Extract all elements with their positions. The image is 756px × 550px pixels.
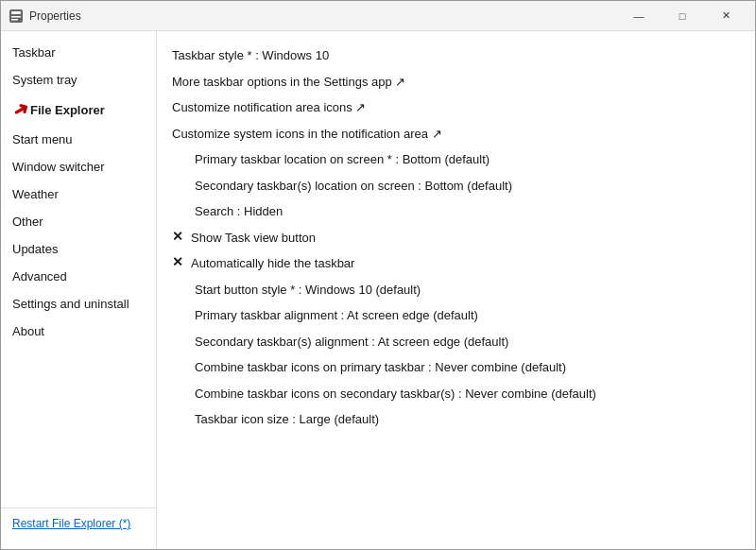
sidebar-label-file-explorer: File Explorer: [30, 103, 105, 117]
setting-row-6: Search : Hidden: [172, 198, 736, 225]
setting-row-8[interactable]: ✕ Automatically hide the taskbar: [172, 250, 736, 277]
x-icon-7: ✕: [172, 229, 187, 244]
sidebar-item-window-switcher[interactable]: Window switcher: [1, 153, 156, 180]
sidebar-item-file-explorer[interactable]: ➜ File Explorer: [1, 94, 156, 126]
sidebar-label-updates: Updates: [12, 242, 58, 256]
setting-row-10: Primary taskbar alignment : At screen ed…: [172, 302, 736, 329]
setting-text-1: More taskbar options in the Settings app…: [172, 73, 405, 92]
main-content: Taskbar style * : Windows 10 More taskba…: [157, 31, 755, 549]
setting-text-11: Secondary taskbar(s) alignment : At scre…: [195, 333, 508, 352]
svg-rect-1: [11, 11, 21, 14]
sidebar-item-updates[interactable]: Updates: [1, 235, 156, 263]
setting-text-2: Customize notification area icons ↗: [172, 98, 366, 117]
setting-text-8: Automatically hide the taskbar: [191, 254, 354, 273]
setting-text-4: Primary taskbar location on screen * : B…: [195, 150, 490, 169]
content-area: Taskbar System tray ➜ File Explorer Star…: [1, 31, 755, 549]
setting-text-9: Start button style * : Windows 10 (defau…: [195, 281, 421, 300]
x-icon-8: ✕: [172, 254, 187, 269]
sidebar-label-weather: Weather: [12, 187, 59, 201]
sidebar-label-window-switcher: Window switcher: [12, 160, 105, 174]
sidebar-label-about: About: [12, 324, 44, 338]
sidebar-label-other: Other: [12, 215, 43, 229]
close-button[interactable]: ✕: [704, 1, 747, 31]
setting-row-2[interactable]: Customize notification area icons ↗: [172, 95, 736, 121]
sidebar-label-settings-uninstall: Settings and uninstall: [12, 297, 129, 311]
svg-rect-3: [11, 19, 18, 21]
setting-row-11: Secondary taskbar(s) alignment : At scre…: [172, 329, 736, 355]
window-title: Properties: [29, 9, 617, 23]
maximize-button[interactable]: □: [661, 1, 704, 31]
svg-rect-2: [11, 16, 21, 18]
sidebar-label-start-menu: Start menu: [12, 132, 73, 146]
active-arrow-icon: ➜: [9, 97, 32, 122]
sidebar-item-system-tray[interactable]: System tray: [1, 66, 156, 94]
minimize-button[interactable]: —: [617, 1, 661, 31]
window-controls: — □ ✕: [617, 1, 747, 31]
setting-row-13: Combine taskbar icons on secondary taskb…: [172, 381, 736, 407]
sidebar-item-settings-uninstall[interactable]: Settings and uninstall: [1, 290, 156, 318]
sidebar-bottom: Restart File Explorer (*): [1, 507, 156, 541]
sidebar-item-advanced[interactable]: Advanced: [1, 263, 156, 290]
sidebar-item-other[interactable]: Other: [1, 208, 156, 235]
setting-row-3[interactable]: Customize system icons in the notificati…: [172, 121, 736, 147]
setting-text-12: Combine taskbar icons on primary taskbar…: [195, 358, 566, 377]
sidebar-item-about[interactable]: About: [1, 318, 156, 345]
sidebar: Taskbar System tray ➜ File Explorer Star…: [1, 31, 157, 549]
restart-link[interactable]: Restart File Explorer (*): [12, 517, 130, 530]
app-icon: [9, 9, 24, 24]
setting-row-7[interactable]: ✕ Show Task view button: [172, 225, 736, 251]
setting-row-12: Combine taskbar icons on primary taskbar…: [172, 354, 736, 381]
setting-text-14: Taskbar icon size : Large (default): [195, 410, 379, 429]
properties-window: Properties — □ ✕ Taskbar System tray ➜ F…: [0, 0, 756, 550]
setting-text-10: Primary taskbar alignment : At screen ed…: [195, 306, 478, 325]
setting-row-4: Primary taskbar location on screen * : B…: [172, 146, 736, 173]
setting-row-0: Taskbar style * : Windows 10: [172, 43, 736, 69]
setting-row-1[interactable]: More taskbar options in the Settings app…: [172, 69, 736, 95]
setting-text-13: Combine taskbar icons on secondary taskb…: [195, 385, 596, 404]
sidebar-item-start-menu[interactable]: Start menu: [1, 126, 156, 153]
setting-row-14: Taskbar icon size : Large (default): [172, 406, 736, 433]
setting-text-5: Secondary taskbar(s) location on screen …: [195, 177, 512, 196]
setting-text-3: Customize system icons in the notificati…: [172, 125, 442, 144]
sidebar-label-taskbar: Taskbar: [12, 45, 56, 60]
setting-text-6: Search : Hidden: [195, 202, 283, 221]
setting-text-7: Show Task view button: [191, 229, 316, 248]
title-bar: Properties — □ ✕: [1, 1, 755, 31]
sidebar-item-weather[interactable]: Weather: [1, 180, 156, 208]
sidebar-label-system-tray: System tray: [12, 73, 77, 87]
setting-row-5: Secondary taskbar(s) location on screen …: [172, 173, 736, 199]
sidebar-item-taskbar[interactable]: Taskbar: [1, 39, 156, 66]
sidebar-label-advanced: Advanced: [12, 269, 67, 284]
setting-text-0: Taskbar style * : Windows 10: [172, 46, 329, 65]
setting-row-9: Start button style * : Windows 10 (defau…: [172, 277, 736, 303]
